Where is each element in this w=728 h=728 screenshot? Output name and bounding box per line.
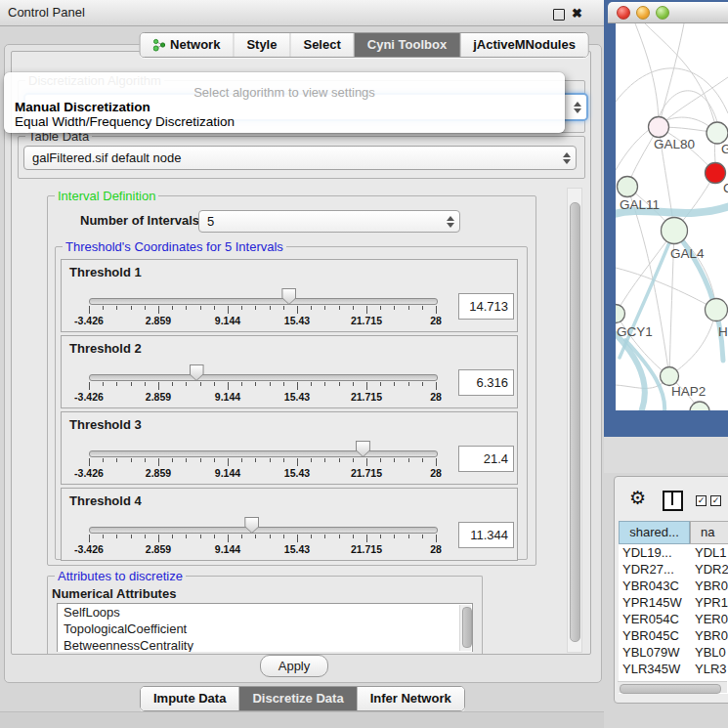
table-row[interactable]: YBR043CYBR0 <box>619 578 728 594</box>
tick-label: 2.859 <box>136 543 181 555</box>
gcy1-node[interactable] <box>616 305 625 323</box>
cell-name[interactable]: YPR1 <box>695 594 728 611</box>
top-tab-bar: NetworkStyleSelectCyni ToolboxjActiveMNo… <box>139 32 589 58</box>
cell-name[interactable]: YBL0 <box>695 644 726 661</box>
node-label-gal11: GAL11 <box>620 197 660 212</box>
tick-mark <box>228 458 229 466</box>
tick-mark <box>394 306 395 310</box>
topright-node[interactable] <box>707 122 728 144</box>
cell-shared-name[interactable]: YBR043C <box>622 578 679 594</box>
table-row[interactable]: YPR145WYPR1 <box>619 594 728 611</box>
cell-shared-name[interactable]: YBR045C <box>622 627 679 644</box>
network-view-canvas[interactable]: GAL80GACGAL11GAL4GCY1HHAP2 <box>616 23 728 410</box>
tab-select[interactable]: Select <box>290 33 354 57</box>
cell-shared-name[interactable]: YDL19... <box>622 544 672 561</box>
cell-shared-name[interactable]: YPR145W <box>622 594 682 611</box>
cell-shared-name[interactable]: YDR27... <box>622 561 674 578</box>
tick-mark <box>394 535 395 538</box>
tick-mark <box>311 535 312 538</box>
numerical-attributes-list[interactable]: SelfLoopsTopologicalCoefficientBetweenne… <box>57 603 473 652</box>
tick-mark <box>353 458 354 462</box>
threshold-value-field[interactable]: 6.316 <box>458 369 514 396</box>
tick-mark <box>324 306 325 310</box>
threshold-value-field[interactable]: 21.4 <box>458 446 514 472</box>
tab-discretize-data[interactable]: Discretize Data <box>239 687 357 710</box>
list-item-selfloops[interactable]: SelfLoops <box>58 604 472 621</box>
list-item-betweennesscentrality[interactable]: BetweennessCentrality <box>58 637 472 652</box>
tick-mark <box>394 382 395 386</box>
tick-mark <box>200 382 201 386</box>
table-hscrollbar[interactable] <box>618 681 727 693</box>
table-data-combo[interactable]: galFiltered.sif default node <box>23 146 577 170</box>
slider-track[interactable] <box>89 450 438 457</box>
cell-shared-name[interactable]: YBL079W <box>622 644 680 661</box>
tick-mark <box>89 458 90 466</box>
zoom-traffic-light[interactable] <box>656 6 669 20</box>
cell-name[interactable]: YER0 <box>695 611 728 627</box>
h-node[interactable] <box>706 299 728 321</box>
number-of-intervals-combo[interactable]: 5 <box>198 210 460 233</box>
hap2-node[interactable] <box>661 367 679 386</box>
columns-icon-divider <box>671 492 673 505</box>
tab-infer-network[interactable]: Infer Network <box>358 687 464 710</box>
tab-jactivemnodules[interactable]: jActiveMNodules <box>460 33 588 57</box>
tick-mark <box>283 535 284 538</box>
tab-network[interactable]: Network <box>140 33 234 57</box>
tick-mark <box>131 458 132 462</box>
minimize-traffic-light[interactable] <box>636 6 650 20</box>
threshold-value-field[interactable]: 11.344 <box>458 522 514 548</box>
table-row[interactable]: YER054CYER0 <box>619 611 728 627</box>
tick-mark <box>324 458 325 462</box>
float-window-icon[interactable] <box>553 9 565 21</box>
algorithm-option-equal-width-frequency-discretization[interactable]: Equal Width/Frequency Discretization <box>4 114 565 129</box>
tab-style[interactable]: Style <box>234 33 290 57</box>
cell-shared-name[interactable]: YER054C <box>622 611 679 627</box>
tick-mark <box>436 382 437 390</box>
slider-track[interactable] <box>89 298 438 305</box>
tick-label: 2.859 <box>136 391 181 403</box>
list-item-topologicalcoefficient[interactable]: TopologicalCoefficient <box>58 621 472 637</box>
close-icon[interactable]: ✖ <box>572 4 582 22</box>
column-header-shared[interactable]: shared... <box>619 521 690 544</box>
attributes-list-scrollbar-thumb[interactable] <box>462 607 472 648</box>
checkbox-icon[interactable]: ✓ <box>710 495 721 506</box>
columns-icon[interactable] <box>663 491 683 511</box>
gal80-node[interactable] <box>649 117 669 138</box>
table-row[interactable]: YDL19...YDL1 <box>619 544 728 561</box>
table-row[interactable]: YBR045CYBR0 <box>619 627 728 644</box>
cell-name[interactable]: YBR0 <box>695 578 728 594</box>
tick-mark <box>228 535 229 542</box>
cell-name[interactable]: YLR3 <box>695 661 727 677</box>
screenshot-root: Control Panel ✖ Discretization Algorithm… <box>0 0 728 728</box>
close-traffic-light[interactable] <box>617 6 630 20</box>
bottom-node[interactable] <box>690 402 709 410</box>
tab-impute-data[interactable]: Impute Data <box>141 687 239 710</box>
gear-icon[interactable]: ⚙ <box>629 489 646 508</box>
column-header-name[interactable]: na <box>690 521 728 544</box>
node-label-gal4: GAL4 <box>670 246 705 261</box>
slider-track[interactable] <box>89 527 438 534</box>
checkbox-icon[interactable]: ✓ <box>696 495 707 506</box>
cell-name[interactable]: YDL1 <box>695 544 727 561</box>
attributes-list-scrollbar[interactable] <box>459 605 471 651</box>
gal11-node[interactable] <box>618 177 638 197</box>
tick-mark <box>116 382 117 386</box>
tick-mark <box>131 306 132 310</box>
apply-button[interactable]: Apply <box>260 655 328 677</box>
tick-mark <box>422 306 423 310</box>
table-hscrollbar-thumb[interactable] <box>620 684 721 694</box>
slider-track[interactable] <box>89 374 438 381</box>
threshold-value-field[interactable]: 14.713 <box>458 293 514 320</box>
tab-label: Select <box>303 37 340 52</box>
table-row[interactable]: YBL079WYBL0 <box>619 644 728 661</box>
cell-shared-name[interactable]: YLR345W <box>622 661 680 677</box>
algorithm-option-manual-discretization[interactable]: Manual Discretization <box>4 100 565 114</box>
table-row[interactable]: YDR27...YDR2 <box>619 561 728 578</box>
tab-cyni-toolbox[interactable]: Cyni Toolbox <box>355 33 460 57</box>
gal4-node[interactable] <box>662 218 688 244</box>
settings-scrollbar-thumb[interactable] <box>570 202 580 642</box>
settings-scrollbar[interactable] <box>567 188 582 653</box>
cell-name[interactable]: YBR0 <box>695 627 728 644</box>
table-row[interactable]: YLR345WYLR3 <box>619 661 728 677</box>
cell-name[interactable]: YDR2 <box>695 561 728 578</box>
